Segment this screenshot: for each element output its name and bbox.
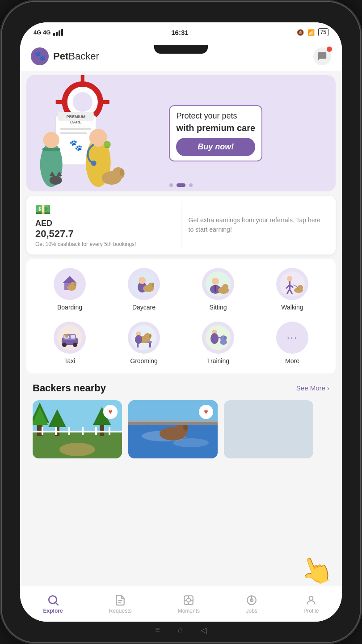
service-taxi[interactable]: Taxi [33, 316, 107, 370]
svg-rect-94 [109, 427, 110, 435]
explore-icon [47, 594, 59, 606]
svg-point-41 [212, 278, 219, 285]
svg-text:PREMIUM: PREMIUM [66, 114, 85, 119]
service-walking[interactable]: Walking [255, 263, 329, 316]
nav-jobs[interactable]: $ Jobs [239, 591, 265, 618]
nav-explore[interactable]: Explore [36, 591, 70, 618]
svg-rect-60 [71, 335, 75, 339]
svg-rect-9 [60, 128, 92, 130]
status-time: 16:31 [171, 29, 188, 36]
signal-bar-4 [61, 29, 63, 36]
backer-2-favorite-button[interactable]: ♥ [199, 405, 213, 419]
banner-illustration: PREMIUM CARE 🐾 [26, 75, 165, 191]
backer-card-1[interactable]: ♥ [33, 400, 122, 458]
service-training[interactable]: Training [181, 316, 255, 370]
daycare-illustration [131, 271, 156, 297]
backer-card-2[interactable]: ♥ [128, 400, 218, 458]
notch [154, 45, 208, 54]
dot-2[interactable] [177, 183, 185, 187]
service-grooming[interactable]: Grooming [107, 316, 181, 370]
nav-requests[interactable]: Requests [102, 591, 139, 618]
status-bar: 4G 4G 16:31 🔕 📶 75 [20, 22, 342, 42]
backer-card-3-image [224, 400, 313, 458]
header-right [313, 47, 331, 65]
service-sitting[interactable]: Sitting [181, 263, 255, 316]
earnings-right[interactable]: Get extra earnings from your referrals. … [181, 216, 327, 234]
network-indicator: 4G 4G [34, 29, 51, 36]
promo-banner[interactable]: PREMIUM CARE 🐾 [26, 75, 336, 191]
banner-content: PREMIUM CARE 🐾 [26, 75, 336, 191]
backers-cards: ♥ [33, 400, 329, 458]
svg-point-113 [187, 598, 191, 602]
svg-point-69 [149, 334, 152, 338]
svg-text:🐾: 🐾 [69, 139, 83, 152]
svg-rect-14 [42, 148, 60, 151]
phone-frame: 4G 4G 16:31 🔕 📶 75 [0, 0, 362, 644]
jobs-icon: $ [246, 594, 257, 606]
chat-button[interactable] [313, 47, 331, 65]
earnings-card[interactable]: 💵 AED 20,527.7 Get 10% cashback for ever… [26, 196, 336, 254]
banner-text-area: Protect your pets with premium care Buy … [165, 98, 336, 169]
svg-point-44 [222, 284, 228, 290]
chat-badge [327, 47, 332, 52]
heart-icon-2: ♥ [204, 408, 208, 416]
screen: 4G 4G 16:31 🔕 📶 75 [20, 22, 342, 622]
taxi-label: Taxi [64, 357, 76, 364]
heart-icon-1: ♥ [108, 408, 113, 416]
backer-card-3[interactable] [224, 400, 313, 458]
signal-bar-1 [53, 33, 55, 36]
svg-point-38 [152, 283, 154, 287]
svg-point-57 [62, 343, 67, 347]
taxi-illustration [57, 325, 82, 350]
service-more[interactable]: ··· More [255, 316, 329, 370]
daycare-icon-circle [128, 268, 160, 300]
services-grid: Boarding Daycare [26, 259, 336, 373]
svg-rect-89 [42, 427, 43, 435]
money-icon: 💵 [35, 202, 174, 217]
svg-line-109 [55, 602, 58, 605]
nav-profile[interactable]: Profile [296, 591, 326, 618]
sitting-icon-circle [202, 268, 234, 300]
training-icon-circle [202, 322, 234, 354]
svg-point-74 [210, 333, 219, 344]
svg-point-78 [224, 336, 227, 339]
status-right: 🔕 📶 75 [297, 28, 328, 36]
backers-header: Backers nearby See More › [33, 382, 329, 394]
moments-icon [183, 594, 194, 606]
boarding-illustration [57, 271, 82, 297]
sitting-label: Sitting [210, 304, 227, 311]
dot-1[interactable] [169, 183, 173, 187]
backers-title: Backers nearby [33, 382, 106, 394]
service-boarding[interactable]: Boarding [33, 263, 107, 316]
service-daycare[interactable]: Daycare [107, 263, 181, 316]
see-more-link[interactable]: See More › [296, 384, 329, 392]
daycare-label: Daycare [132, 304, 156, 311]
nav-requests-label: Requests [109, 608, 132, 614]
logo-area: 🐾 PetBacker [31, 47, 99, 65]
more-icon-circle: ··· [276, 322, 308, 354]
svg-point-121 [309, 596, 313, 600]
premium-care-illustration: PREMIUM CARE 🐾 [26, 75, 165, 191]
wifi-icon: 📶 [307, 29, 315, 36]
backers-section: Backers nearby See More › [20, 378, 342, 463]
svg-rect-66 [149, 343, 151, 347]
training-illustration [206, 325, 231, 350]
backer-1-favorite-button[interactable]: ♥ [103, 405, 118, 419]
svg-point-46 [287, 276, 292, 281]
nav-explore-label: Explore [43, 608, 63, 614]
svg-point-32 [74, 282, 76, 286]
walking-icon-circle [276, 268, 308, 300]
signal-bar-2 [56, 32, 58, 36]
mute-icon: 🔕 [297, 29, 304, 36]
svg-point-23 [120, 169, 124, 176]
banner-text-box: Protect your pets with premium care Buy … [169, 105, 262, 161]
battery-indicator: 75 [318, 28, 328, 36]
dot-3[interactable] [189, 183, 193, 187]
svg-point-35 [139, 277, 146, 284]
nav-jobs-label: Jobs [246, 608, 257, 614]
svg-point-20 [91, 161, 97, 166]
taxi-icon-circle [54, 322, 86, 354]
bottom-back-icon: ◁ [201, 625, 207, 635]
buy-now-button[interactable]: Buy now! [176, 138, 255, 156]
nav-moments[interactable]: Moments [171, 591, 207, 618]
